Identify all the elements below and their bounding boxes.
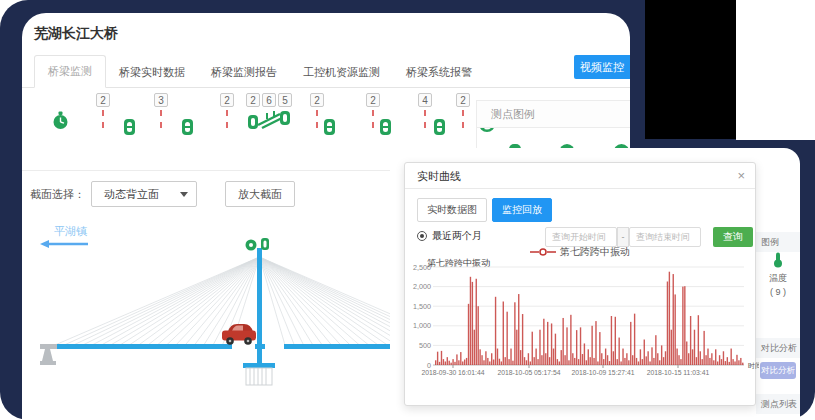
temperature-count: ( 9 ) [756, 287, 800, 297]
bridge-deck [55, 344, 430, 349]
chain-icon[interactable] [434, 119, 445, 135]
sensor-point: 2 [456, 93, 470, 128]
svg-text:时间: 时间 [748, 362, 759, 370]
main-tabbar: 桥梁监测桥梁实时数据桥梁监测报告工控机资源监测桥梁系统报警 [22, 57, 630, 88]
sensor-count-badge[interactable]: 4 [418, 93, 432, 107]
side-panel: 图例 温度 ( 9 ) 对比分析 对比分析 测点列表 [756, 148, 800, 420]
chain-icon[interactable] [324, 119, 335, 135]
car [222, 324, 256, 345]
pylon-chain-icon[interactable] [261, 238, 269, 250]
expansion-joint-cluster: 265 [246, 93, 292, 131]
chain-icon[interactable] [324, 119, 335, 135]
close-icon[interactable]: × [737, 168, 745, 183]
sensor-point: 2 [96, 93, 110, 128]
temperature-label: 温度 [756, 272, 800, 285]
sensor-dash [226, 110, 228, 128]
sensor-dash [372, 110, 374, 128]
chain-icon[interactable] [434, 119, 445, 135]
sensor-strip: 2322652242 [22, 91, 476, 149]
stopwatch-icon[interactable] [52, 111, 69, 130]
sensor-count-badge[interactable]: 2 [456, 93, 470, 107]
compare-analysis-button[interactable]: 对比分析 [760, 362, 796, 379]
sensor-count-badge[interactable]: 2 [310, 93, 324, 107]
pylon-foundation [243, 363, 275, 385]
tab-桥梁监测报告[interactable]: 桥梁监测报告 [198, 57, 290, 88]
vibration-chart: 05001,0001,5002,0002,5002018-09-30 16:01… [411, 263, 759, 383]
chevron-down-icon [180, 192, 188, 197]
realtime-curve-dialog: 实时曲线 × 实时数据图监控回放 最近两个月 - 查询 第七跨跨中振动 [404, 162, 756, 406]
zoom-section-button[interactable]: 放大截面 [225, 181, 295, 207]
sensor-count-badge[interactable]: 2 [220, 93, 234, 107]
dialog-tabbar: 实时数据图监控回放 [417, 198, 552, 222]
sensor-count-badge[interactable]: 3 [154, 93, 168, 107]
sensor-point: 2 [220, 93, 234, 128]
thermometer-icon [773, 252, 783, 268]
tab-桥梁监测[interactable]: 桥梁监测 [34, 55, 106, 88]
left-abutment [40, 344, 57, 365]
sensor-point: 2 [366, 93, 380, 128]
chain-icon[interactable] [124, 119, 135, 135]
svg-text:500: 500 [419, 341, 431, 350]
tab-工控机资源监测[interactable]: 工控机资源监测 [290, 57, 393, 88]
compare-section-header: 对比分析 [756, 338, 800, 358]
query-button[interactable]: 查询 [713, 227, 753, 247]
tab-桥梁实时数据[interactable]: 桥梁实时数据 [106, 57, 198, 88]
sensor-count-badge[interactable]: 2 [96, 93, 110, 107]
video-monitor-button[interactable]: 视频监控 [574, 55, 630, 79]
sensor-count-badge[interactable]: 2 [246, 93, 260, 107]
side-legend-header: 图例 [756, 232, 800, 252]
bridge-elevation-drawing: 平湖镇 [30, 211, 430, 420]
sensor-point: 3 [154, 93, 168, 128]
dialog-title: 实时曲线 [405, 163, 755, 189]
radio-label: 最近两个月 [432, 229, 482, 243]
bridge-pylon [257, 248, 262, 368]
sensor-dash [424, 110, 426, 128]
direction-label: 平湖镇 [54, 225, 87, 237]
legend-panel-title: 测点图例 [477, 101, 630, 128]
chain-icon[interactable] [182, 119, 193, 135]
section-select-dropdown[interactable]: 动态背立面 [91, 181, 197, 207]
section-bar: 截面选择： 动态背立面 放大截面 [30, 181, 295, 207]
screenshot-canvas: 芜湖长江大桥 桥梁监测桥梁实时数据桥梁监测报告工控机资源监测桥梁系统报警 视频监… [0, 0, 815, 420]
legend-marker-icon [530, 248, 556, 256]
date-range-separator: - [617, 227, 629, 247]
chain-icon[interactable] [182, 119, 193, 135]
point-list-header: 测点列表 [756, 394, 800, 414]
chain-icon[interactable] [380, 119, 391, 135]
sensor-dash [160, 110, 162, 128]
black-region [645, 0, 737, 139]
sensor-count-badge[interactable]: 2 [366, 93, 380, 107]
svg-text:2018-09-30 16:01:44: 2018-09-30 16:01:44 [421, 369, 484, 376]
legend-series-label: 第七跨跨中振动 [560, 246, 630, 257]
sensor-count-badge[interactable]: 5 [278, 93, 292, 107]
dialog-tab-实时数据图[interactable]: 实时数据图 [417, 198, 487, 222]
svg-text:2,000: 2,000 [413, 282, 431, 291]
svg-text:1,000: 1,000 [413, 321, 431, 330]
query-end-time-input[interactable] [629, 227, 701, 247]
sensor-point: 4 [418, 93, 432, 128]
dialog-controls: 最近两个月 - 查询 [417, 227, 745, 247]
chain-icon[interactable] [380, 119, 391, 135]
left-arrow-icon [40, 240, 88, 248]
expansion-joint-icon[interactable] [247, 107, 291, 131]
chain-icon[interactable] [124, 119, 135, 135]
svg-text:2018-10-09 15:27:41: 2018-10-09 15:27:41 [571, 369, 634, 376]
tab-桥梁系统报警[interactable]: 桥梁系统报警 [393, 57, 485, 88]
sensor-dash [102, 110, 104, 128]
svg-text:1,500: 1,500 [413, 302, 431, 311]
recent-two-months-radio[interactable]: 最近两个月 [417, 229, 482, 243]
temperature-legend: 温度 ( 9 ) [756, 252, 800, 297]
radio-icon [417, 231, 427, 241]
svg-text:2018-10-05 05:17:54: 2018-10-05 05:17:54 [497, 369, 560, 376]
sensor-dash [462, 110, 464, 128]
dialog-tab-监控回放[interactable]: 监控回放 [492, 198, 552, 222]
section-select-label: 截面选择： [30, 187, 85, 202]
query-start-time-input[interactable] [545, 227, 617, 247]
section-select-value: 动态背立面 [104, 188, 159, 200]
detail-window: 图例 温度 ( 9 ) 对比分析 对比分析 测点列表 实时曲线 × 实时数据图监… [390, 148, 800, 420]
sensor-count-badge[interactable]: 6 [262, 93, 276, 107]
svg-text:2,500: 2,500 [413, 263, 431, 272]
page-title: 芜湖长江大桥 [34, 25, 118, 43]
sensor-point: 2 [310, 93, 324, 128]
pylon-camera-icon[interactable] [246, 240, 257, 251]
